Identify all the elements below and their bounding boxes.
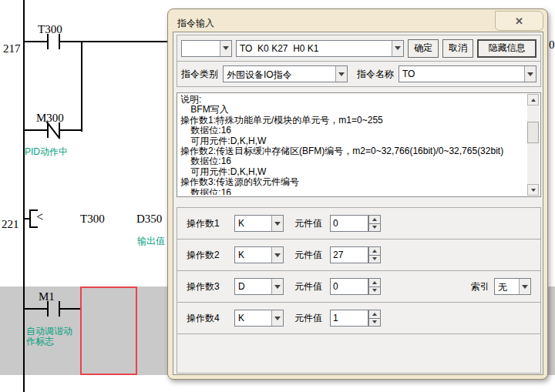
operand-label: 操作数3 <box>187 280 234 293</box>
chevron-down-icon[interactable] <box>524 66 536 82</box>
chevron-down-icon[interactable] <box>271 279 283 294</box>
chevron-down-icon[interactable] <box>519 279 530 294</box>
index-value: 无 <box>495 279 519 294</box>
category-label: 指令类别 <box>181 68 218 81</box>
operand4-spinner[interactable] <box>368 310 381 327</box>
operand2-spinner[interactable] <box>368 246 381 263</box>
operand4-value-input[interactable] <box>330 310 368 327</box>
description-text: 说明: BFM写入 操作数1:特殊功能单元/模块的单元号，m1=0~255 数据… <box>180 95 525 195</box>
operand4-type-combo[interactable]: K <box>234 310 284 327</box>
rung-line <box>60 308 82 310</box>
name-value: TO <box>399 66 524 82</box>
scrollbar-thumb[interactable] <box>527 122 539 143</box>
compare-operator[interactable]: < <box>36 210 43 224</box>
spin-up-icon[interactable] <box>368 246 381 256</box>
chevron-down-icon[interactable] <box>271 216 283 231</box>
spin-down-icon[interactable] <box>368 287 381 296</box>
left-power-rail <box>23 0 25 392</box>
instruction-prefix-combo[interactable] <box>181 40 232 57</box>
step-number-221: 221 <box>2 218 19 231</box>
device-comment-autotune: 自动调谐动 作标志 <box>26 327 72 347</box>
operand3-value-input[interactable] <box>330 278 368 295</box>
contact-t300[interactable] <box>47 34 49 49</box>
hide-info-button[interactable]: 隐藏信息 <box>477 39 536 58</box>
instruction-prefix-value <box>182 41 220 56</box>
name-label: 指令名称 <box>357 68 394 81</box>
spin-up-icon[interactable] <box>368 310 381 319</box>
cancel-button[interactable]: 取消 <box>442 39 473 58</box>
instruction-entry-group: TO K0 K27 H0 K1 确定 取消 隐藏信息 <box>177 35 541 62</box>
operand-row-2: 操作数2 K 元件值 <box>177 239 541 271</box>
index-label: 索引 <box>471 280 489 293</box>
operand2-value-input[interactable] <box>330 246 368 263</box>
plc-editor-screen: 217 T300 M300 PID动作中 221 < T300 D350 输出值… <box>0 0 555 392</box>
rung-line <box>25 308 47 310</box>
compare-bracket <box>29 226 38 228</box>
operand-row-4: 操作数4 K 元件值 <box>177 302 541 334</box>
operand-label: 操作数4 <box>187 312 234 325</box>
operand1-type-combo[interactable]: K <box>234 215 284 232</box>
dialog-body: TO K0 K27 H0 K1 确定 取消 隐藏信息 指令类别 外围设备IO指令… <box>173 32 543 375</box>
operand-label: 操作数1 <box>187 217 234 230</box>
contact-m1[interactable] <box>47 301 49 317</box>
operand1-type-value: K <box>235 216 271 231</box>
instruction-select-group: 指令类别 外围设备IO指令 指令名称 TO <box>177 61 541 87</box>
scroll-down-icon[interactable] <box>527 184 539 196</box>
spin-down-icon[interactable] <box>368 224 381 233</box>
dialog-title: 指令输入 <box>177 17 214 30</box>
chevron-down-icon[interactable] <box>271 310 283 326</box>
instruction-input-dialog: 指令输入 ✕ TO K0 K27 H0 K1 确定 取消 隐藏信息 <box>167 8 548 380</box>
description-scrollbar[interactable] <box>527 94 540 196</box>
compare-operand-d350[interactable]: D350 <box>136 213 162 226</box>
device-comment-pid: PID动作中 <box>25 147 68 157</box>
category-value: 外围设备IO指令 <box>224 66 335 82</box>
scroll-up-icon[interactable] <box>527 94 539 106</box>
cell-cursor-rect[interactable] <box>80 286 137 375</box>
close-button[interactable]: ✕ <box>495 11 543 31</box>
branch-line <box>81 41 82 132</box>
index-group: 索引 无 <box>471 278 531 295</box>
ok-button[interactable]: 确定 <box>408 39 439 58</box>
value-label: 元件值 <box>294 217 330 230</box>
operand-row-1: 操作数1 K 元件值 <box>177 207 541 240</box>
name-combo[interactable]: TO <box>399 65 536 82</box>
chevron-down-icon[interactable] <box>392 41 403 56</box>
value-label: 元件值 <box>294 249 330 262</box>
step-number-217: 217 <box>3 42 21 55</box>
spin-down-icon[interactable] <box>368 319 381 327</box>
value-label: 元件值 <box>294 312 330 325</box>
index-combo[interactable]: 无 <box>494 278 531 295</box>
operand3-type-value: D <box>235 279 271 294</box>
rung-line <box>60 41 168 42</box>
operand3-type-combo[interactable]: D <box>234 278 284 295</box>
rung-line <box>25 41 47 42</box>
spin-down-icon[interactable] <box>368 256 381 264</box>
spin-up-icon[interactable] <box>368 215 381 224</box>
operand-label: 操作数2 <box>187 249 234 262</box>
operand1-value-input[interactable] <box>330 215 368 232</box>
category-combo[interactable]: 外围设备IO指令 <box>223 65 348 82</box>
instruction-text-combo[interactable]: TO K0 K27 H0 K1 <box>236 40 404 57</box>
rung-line <box>25 129 47 131</box>
close-icon: ✕ <box>515 15 523 27</box>
operand4-type-value: K <box>235 310 271 326</box>
device-comment-output: 输出值 <box>137 236 165 246</box>
chevron-down-icon[interactable] <box>335 66 347 82</box>
value-label: 元件值 <box>294 280 330 293</box>
instruction-text-value: TO K0 K27 H0 K1 <box>237 41 392 56</box>
description-panel: 说明: BFM写入 操作数1:特殊功能单元/模块的单元号，m1=0~255 数据… <box>177 92 541 197</box>
operand-row-3: 操作数3 D 元件值 索引 无 <box>177 270 541 303</box>
clipped-device-text: 0 <box>549 39 555 52</box>
spin-up-icon[interactable] <box>368 278 381 287</box>
operand2-type-value: K <box>235 247 271 263</box>
compare-operand-t300[interactable]: T300 <box>80 213 105 226</box>
operand3-spinner[interactable] <box>368 278 381 295</box>
compare-bracket <box>29 209 31 228</box>
empty-bottom-group <box>177 333 541 374</box>
operand1-spinner[interactable] <box>368 215 381 232</box>
rung-line <box>60 129 82 131</box>
chevron-down-icon[interactable] <box>220 41 231 56</box>
operand2-type-combo[interactable]: K <box>234 246 284 263</box>
chevron-down-icon[interactable] <box>271 247 283 263</box>
